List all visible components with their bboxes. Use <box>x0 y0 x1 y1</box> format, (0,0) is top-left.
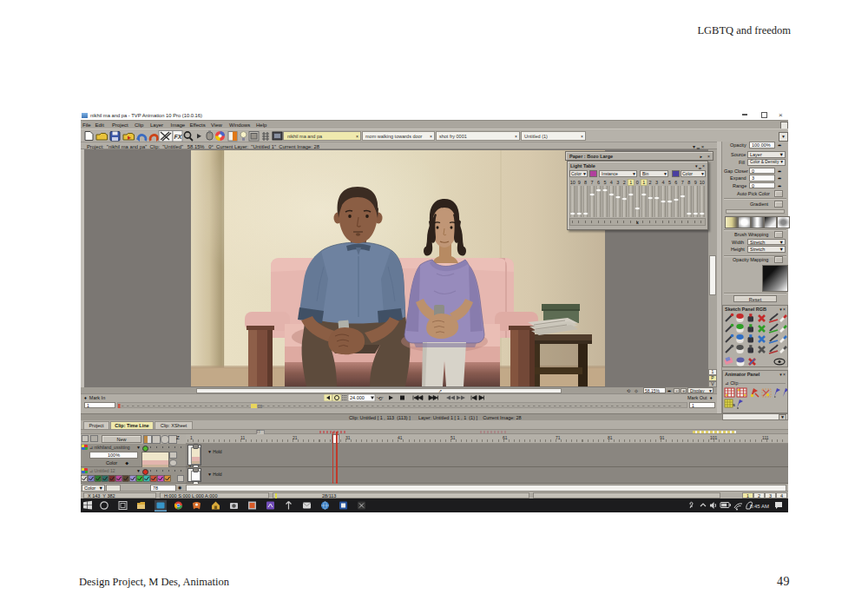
svg-text:10: 10 <box>570 180 575 185</box>
svg-text:s: s <box>733 402 735 407</box>
svg-text:10: 10 <box>700 180 705 185</box>
svg-text:9: 9 <box>694 180 697 185</box>
svg-text:28: 28 <box>258 405 263 409</box>
svg-text:3: 3 <box>655 180 658 185</box>
svg-text:2: 2 <box>623 180 626 185</box>
svg-text:FX: FX <box>174 134 183 140</box>
svg-text:3: 3 <box>616 180 619 185</box>
svg-text:6: 6 <box>597 180 600 185</box>
svg-text:9: 9 <box>578 180 581 185</box>
svg-text:1: 1 <box>629 180 632 185</box>
svg-text:7: 7 <box>591 180 594 185</box>
svg-text:0: 0 <box>636 180 639 185</box>
svg-text:24.000: 24.000 <box>350 395 365 400</box>
svg-text:8: 8 <box>584 180 587 185</box>
svg-text:4: 4 <box>661 180 664 185</box>
svg-text:8:45 AM: 8:45 AM <box>750 504 769 509</box>
svg-text:2: 2 <box>649 180 652 185</box>
svg-text:5: 5 <box>603 180 606 185</box>
svg-text:6: 6 <box>674 180 677 185</box>
svg-text:4: 4 <box>610 180 613 185</box>
svg-text:'⟲': '⟲' <box>377 395 383 400</box>
svg-text:8: 8 <box>687 180 690 185</box>
svg-text:1: 1 <box>642 180 645 185</box>
svg-text:5: 5 <box>668 180 671 185</box>
svg-text:7: 7 <box>681 180 684 185</box>
